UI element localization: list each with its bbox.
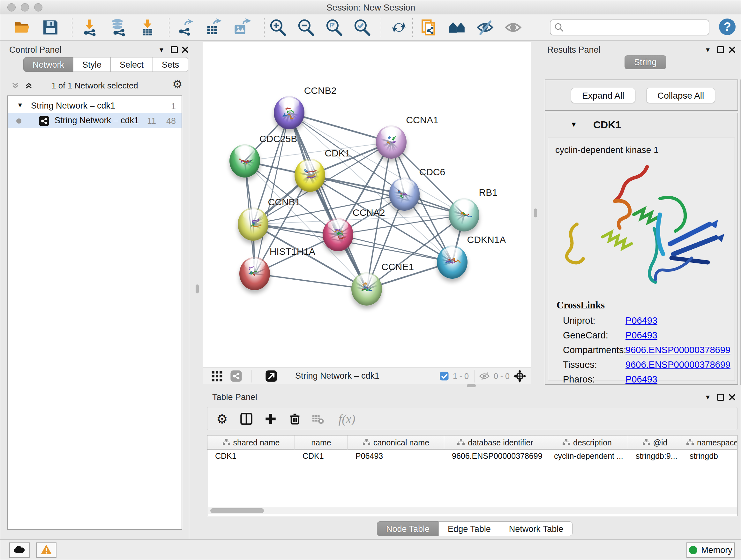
network-overview-icon[interactable] [230, 370, 242, 383]
crosslink-link[interactable]: P06493 [625, 315, 657, 326]
help-icon[interactable]: ? [719, 18, 736, 35]
crosslink-link[interactable]: 9606.ENSP00000378699 [625, 345, 731, 355]
network-node-CCNA1[interactable] [376, 125, 407, 159]
crosslink-link[interactable]: P06493 [625, 374, 657, 385]
table-cell[interactable]: 9606.ENSP00000378699 [444, 450, 546, 463]
column-header-database-identifier[interactable]: database identifier [444, 435, 546, 449]
column-header-name[interactable]: name [295, 435, 348, 449]
warnings-button[interactable] [36, 543, 57, 558]
table-options-gear-icon[interactable]: ⚙ [213, 410, 231, 428]
results-panel-title: Results Panel [547, 45, 601, 55]
collection-expander-icon[interactable]: ▼ [17, 102, 23, 109]
network-node-CDK1[interactable] [294, 159, 325, 192]
import-table-from-file-icon[interactable] [138, 17, 157, 37]
expand-all-button[interactable]: Expand All [571, 88, 635, 103]
network-canvas[interactable]: CCNB2CCNA1CDC25BCDK1CDC6RB1CCNB1CCNA2CDK… [203, 42, 531, 368]
open-session-icon[interactable] [12, 17, 32, 37]
tab-select[interactable]: Select [111, 57, 153, 72]
float-panel-icon[interactable]: ▼ [702, 44, 713, 55]
network-node-CCNE1[interactable] [351, 272, 382, 306]
zoom-fit-icon[interactable] [324, 17, 344, 37]
entry-collapse-icon[interactable]: ▼ [570, 120, 577, 129]
network-node-RB1[interactable] [449, 198, 479, 232]
zoom-out-icon[interactable] [296, 17, 316, 37]
tab-style[interactable]: Style [73, 57, 111, 72]
save-session-icon[interactable] [41, 17, 60, 37]
table-cell[interactable]: stringdb:9... [628, 450, 682, 463]
network-node-CCNB1[interactable] [238, 207, 268, 241]
vertical-splitter-grip[interactable] [534, 208, 537, 217]
column-header-description[interactable]: description [546, 435, 628, 449]
zoom-selected-icon[interactable] [352, 17, 372, 37]
table-cell[interactable]: CDK1 [295, 450, 348, 463]
hide-selected-icon[interactable] [475, 17, 495, 37]
crosslink-link[interactable]: 9606.ENSP00000378699 [625, 360, 731, 370]
tab-sets[interactable]: Sets [152, 57, 188, 72]
delete-table-icon[interactable] [309, 410, 327, 428]
float-panel-icon[interactable]: ▼ [156, 44, 167, 55]
column-header-@id[interactable]: @id [628, 435, 682, 449]
show-all-icon[interactable] [503, 17, 523, 37]
column-header-canonical-name[interactable]: canonical name [348, 435, 444, 449]
detach-view-icon[interactable] [265, 370, 277, 383]
close-panel-icon[interactable] [727, 392, 738, 402]
table-row[interactable]: CDK1CDK1P064939606.ENSP00000378699cyclin… [207, 450, 738, 463]
thumbnail-grid-icon[interactable] [211, 370, 223, 383]
network-node-CCNA2[interactable] [323, 218, 353, 251]
network-node-HIST1H1A[interactable] [239, 257, 270, 290]
maximize-panel-icon[interactable] [169, 44, 180, 55]
show-columns-icon[interactable] [238, 410, 255, 428]
table-cell[interactable]: cyclin-dependent ... [546, 450, 628, 463]
maximize-panel-icon[interactable] [715, 392, 726, 402]
close-panel-icon[interactable] [727, 44, 738, 55]
table-cell[interactable]: P06493 [348, 450, 444, 463]
tab-edge-table[interactable]: Edge Table [439, 521, 500, 536]
horizontal-splitter-grip[interactable] [467, 384, 476, 387]
network-node-CDC6[interactable] [389, 178, 420, 211]
import-network-from-file-icon[interactable] [79, 17, 99, 37]
delete-column-trash-icon[interactable] [286, 410, 304, 428]
import-network-from-database-icon[interactable] [108, 17, 128, 37]
tab-network[interactable]: Network [23, 57, 73, 72]
network-edge[interactable] [289, 113, 391, 142]
tab-node-table[interactable]: Node Table [377, 521, 439, 536]
tab-network-table[interactable]: Network Table [500, 521, 573, 536]
float-panel-icon[interactable]: ▼ [702, 392, 713, 402]
vertical-splitter-grip[interactable] [196, 285, 199, 294]
apply-preferred-layout-icon[interactable] [389, 17, 409, 37]
new-network-from-selection-icon[interactable] [419, 17, 439, 37]
maximize-panel-icon[interactable] [715, 44, 726, 55]
selected-checkbox-icon[interactable] [440, 371, 449, 382]
network-collection-row[interactable]: ▼ String Network – cdk1 1 [8, 99, 182, 113]
hidden-eye-icon[interactable] [479, 372, 490, 382]
table-cell[interactable]: stringdb [682, 450, 738, 463]
collapse-all-button[interactable]: Collapse All [646, 88, 715, 103]
zoom-in-icon[interactable] [268, 17, 287, 37]
column-header-shared-name[interactable]: shared name [207, 435, 295, 449]
search-input[interactable] [550, 19, 710, 36]
network-edge[interactable] [289, 113, 367, 289]
birds-eye-navigator-icon[interactable] [513, 369, 527, 384]
export-table-icon[interactable] [203, 17, 223, 37]
horizontal-scrollbar[interactable] [208, 507, 737, 514]
network-node-CDC25B[interactable] [229, 144, 260, 178]
function-builder-icon[interactable]: f(x) [333, 410, 361, 428]
results-scrollbar-track[interactable] [739, 79, 741, 385]
tab-string[interactable]: String [624, 55, 666, 69]
entry-header[interactable]: ▼ CDK1 [545, 113, 738, 138]
cloud-status-button[interactable] [9, 543, 30, 558]
column-header-namespace[interactable]: namespace [682, 435, 738, 449]
network-edge[interactable] [255, 273, 367, 289]
scrollbar-thumb[interactable] [210, 508, 264, 513]
export-image-icon[interactable] [231, 17, 251, 37]
network-node-CDKN1A[interactable] [437, 246, 468, 279]
network-row-selected[interactable]: String Network – cdk1 11 48 [8, 113, 182, 128]
export-network-icon[interactable] [175, 17, 195, 37]
first-neighbors-icon[interactable] [447, 17, 467, 37]
close-panel-icon[interactable] [180, 44, 191, 55]
crosslink-link[interactable]: P06493 [625, 330, 657, 341]
table-cell[interactable]: CDK1 [207, 450, 295, 463]
network-options-gear-icon[interactable]: ⚙ [172, 79, 183, 90]
memory-button[interactable]: Memory [686, 543, 735, 558]
create-column-plus-icon[interactable] [262, 410, 280, 428]
